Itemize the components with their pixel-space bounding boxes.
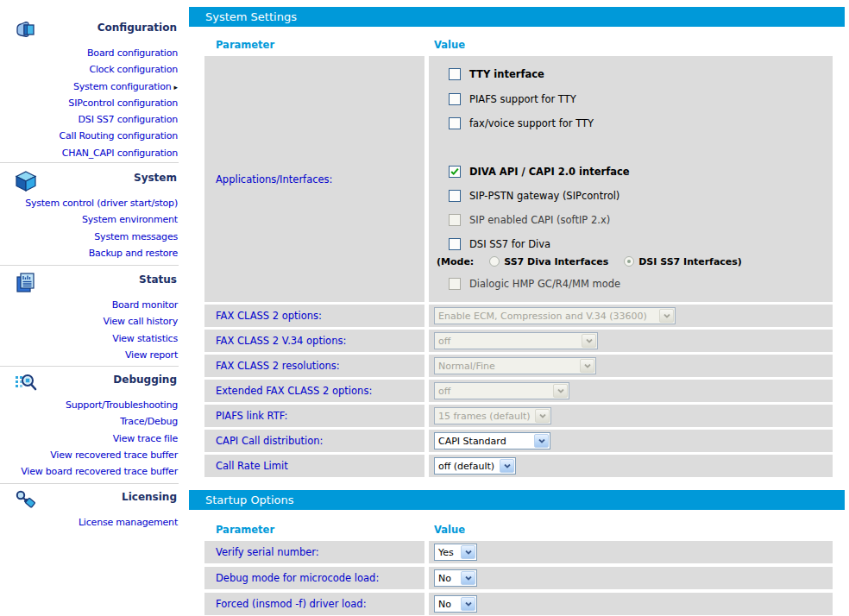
- sidebar-item-view-report[interactable]: View report: [125, 349, 178, 361]
- column-headers: Parameter Value: [204, 27, 845, 56]
- diva-api-capi-checkbox[interactable]: [449, 166, 461, 178]
- sidebar-item-view-statistics[interactable]: View statistics: [112, 333, 178, 344]
- sidebar-item-dsi-ss7-configuration[interactable]: DSI SS7 configuration: [79, 114, 178, 125]
- sidebar-section-system: System System control (driver start/stop…: [0, 171, 178, 260]
- sidebar-item-trace-debug[interactable]: Trace/Debug: [120, 416, 178, 427]
- ss7-mode-row: (Mode: SS7 Diva Interfaces DSI SS7 Inter…: [437, 255, 833, 267]
- startup-options-panel: Startup Options Parameter Value Verify s…: [189, 490, 845, 615]
- sidebar-item-support-troubleshooting[interactable]: Support/Troubleshooting: [66, 399, 178, 411]
- parameter-label: PIAFS link RTF:: [204, 405, 424, 427]
- sidebar-divider: [0, 366, 179, 367]
- system-links: System control (driver start/stop) Syste…: [0, 193, 178, 260]
- fax-voice-support-checkbox[interactable]: [449, 117, 461, 129]
- fax-class-2-resolutions-select: Normal/Fine: [434, 357, 596, 374]
- select-value: off: [435, 336, 581, 347]
- system-settings-table: Applications/Interfaces: TTY interface P…: [204, 56, 845, 477]
- sidebar-item-view-recovered-trace-buffer[interactable]: View recovered trace buffer: [50, 449, 178, 461]
- licensing-links: License management: [0, 512, 178, 529]
- sip-pstn-gateway-checkbox[interactable]: [449, 190, 461, 202]
- chevron-down-icon: [553, 384, 568, 398]
- dsi-ss7-for-diva-checkbox[interactable]: [449, 238, 461, 250]
- sidebar-item-system-control[interactable]: System control (driver start/stop): [25, 198, 178, 209]
- debugging-links: Support/Troubleshooting Trace/Debug View…: [0, 395, 178, 478]
- parameter-label: Forced (insmod -f) driver load:: [204, 593, 424, 615]
- sidebar-section-configuration: Configuration Board configuration Clock …: [0, 21, 178, 160]
- debug-mode-microcode-load-select[interactable]: No: [434, 569, 477, 587]
- sidebar-section-status: Status Board monitor View call history V…: [0, 273, 178, 361]
- chevron-down-icon: [534, 434, 549, 448]
- radio-label: DSI SS7 Interfaces): [638, 256, 742, 267]
- select-value: Yes: [435, 547, 460, 558]
- checkbox-label: PIAFS support for TTY: [469, 93, 576, 105]
- fax-class-2-v34-options-select: off: [434, 332, 598, 349]
- piafs-support-checkbox[interactable]: [449, 93, 461, 105]
- chevron-down-icon: [582, 334, 596, 348]
- checkbox-row: DIVA API / CAPI 2.0 interface: [449, 166, 833, 178]
- checkbox-label: Dialogic HMP GC/R4/MM mode: [469, 278, 620, 290]
- checkbox-row: TTY interface: [449, 68, 833, 80]
- chevron-down-icon: [461, 571, 475, 585]
- value-cell: off: [429, 380, 833, 402]
- dialogic-hmp-mode-checkbox: [449, 278, 461, 290]
- parameter-label: Extended FAX CLASS 2 options:: [204, 380, 424, 402]
- checkbox-label: DSI SS7 for Diva: [469, 238, 550, 250]
- sidebar-item-system-environment[interactable]: System environment: [82, 214, 178, 225]
- column-headers: Parameter Value: [204, 510, 845, 541]
- value-cell: No: [429, 593, 833, 615]
- sidebar-item-license-management[interactable]: License management: [79, 517, 178, 528]
- checkbox-label: DIVA API / CAPI 2.0 interface: [469, 166, 630, 178]
- forced-driver-load-select[interactable]: No: [434, 595, 477, 613]
- parameter-label: Applications/Interfaces:: [204, 56, 424, 302]
- chevron-down-icon: [461, 597, 475, 611]
- chevron-down-icon: [580, 359, 594, 373]
- chevron-down-icon: [461, 545, 475, 559]
- sidebar-item-backup-and-restore[interactable]: Backup and restore: [89, 248, 178, 259]
- sidebar-item-call-routing-configuration[interactable]: Call Routing configuration: [60, 130, 178, 141]
- select-value: 15 frames (default): [435, 411, 534, 422]
- ss7-diva-interfaces-radio: [489, 256, 500, 267]
- configuration-icon: [14, 19, 38, 43]
- sidebar-item-sipcontrol-configuration[interactable]: SIPcontrol configuration: [68, 97, 178, 109]
- checkbox-label: SIP-PSTN gateway (SIPcontrol): [469, 190, 619, 202]
- checkbox-row: SIP enabled CAPI (softIP 2.x): [449, 214, 833, 226]
- parameter-label: FAX CLASS 2 resolutions:: [204, 355, 424, 377]
- chevron-down-icon: [659, 309, 674, 323]
- verify-serial-number-select[interactable]: Yes: [434, 544, 477, 561]
- parameter-label: FAX CLASS 2 V.34 options:: [204, 330, 424, 352]
- parameter-column-header: Parameter: [204, 524, 424, 541]
- active-item-arrow-icon: ▸: [173, 83, 178, 91]
- call-rate-limit-select[interactable]: off (default): [434, 457, 516, 475]
- parameter-label: Call Rate Limit: [204, 455, 424, 477]
- value-cell: No: [429, 567, 833, 589]
- panel-title: System Settings: [205, 10, 297, 23]
- checkbox-label: TTY interface: [469, 68, 544, 80]
- status-icon: [14, 271, 38, 295]
- sidebar-item-chan-capi-configuration[interactable]: CHAN_CAPI configuration: [62, 148, 178, 159]
- checkbox-row: PIAFS support for TTY: [449, 93, 833, 105]
- sidebar-item-clock-configuration[interactable]: Clock configuration: [89, 64, 178, 75]
- value-cell: off: [429, 330, 833, 352]
- select-value: No: [435, 599, 460, 610]
- licensing-icon: [14, 488, 38, 512]
- debugging-icon: [14, 371, 38, 395]
- sidebar-item-system-configuration[interactable]: System configuration: [73, 81, 171, 92]
- select-value: No: [435, 573, 460, 584]
- select-value: off (default): [435, 461, 499, 472]
- sidebar-item-system-messages[interactable]: System messages: [94, 231, 178, 242]
- tty-interface-checkbox[interactable]: [449, 68, 461, 80]
- select-value: Normal/Fine: [435, 361, 579, 372]
- sidebar-item-board-monitor[interactable]: Board monitor: [112, 299, 178, 311]
- sidebar-item-view-call-history[interactable]: View call history: [104, 316, 178, 327]
- sidebar-section-licensing: Licensing License management: [0, 490, 178, 529]
- chevron-down-icon: [535, 409, 550, 423]
- sidebar-item-board-configuration[interactable]: Board configuration: [87, 47, 178, 59]
- capi-call-distribution-select[interactable]: CAPI Standard: [434, 432, 550, 449]
- sidebar-item-view-board-recovered-trace-buffer[interactable]: View board recovered trace buffer: [21, 466, 178, 477]
- sidebar-item-view-trace-file[interactable]: View trace file: [113, 433, 178, 444]
- parameter-label: Debug mode for microcode load:: [204, 567, 424, 589]
- value-column-header: Value: [429, 39, 833, 56]
- value-cell: Normal/Fine: [429, 355, 833, 377]
- sidebar-divider: [0, 265, 179, 266]
- system-settings-panel: System Settings Parameter Value Applicat…: [189, 7, 845, 477]
- sidebar-divider: [0, 483, 179, 484]
